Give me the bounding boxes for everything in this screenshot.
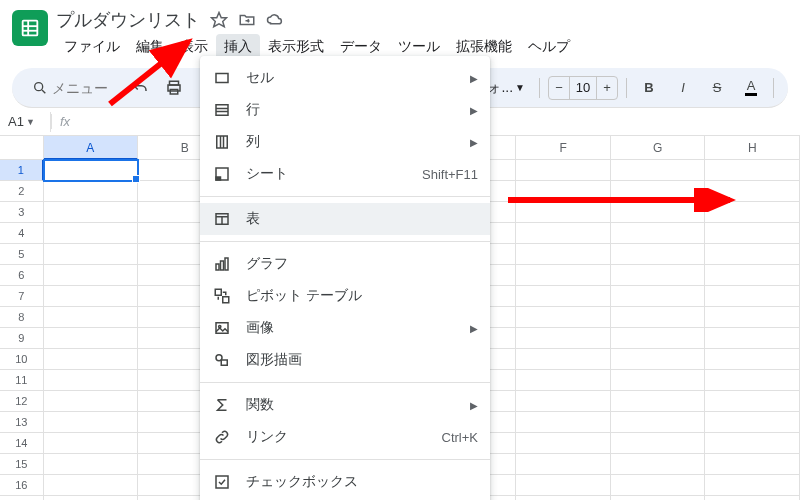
cell[interactable] xyxy=(611,286,706,307)
cell[interactable] xyxy=(611,496,706,500)
cell[interactable] xyxy=(44,181,139,202)
row-header-5[interactable]: 5 xyxy=(0,244,44,265)
menu-item-cols[interactable]: 列▶ xyxy=(200,126,490,158)
menu-item-checkbox[interactable]: チェックボックス xyxy=(200,466,490,498)
menu-item-chart[interactable]: グラフ xyxy=(200,248,490,280)
cell[interactable] xyxy=(516,349,611,370)
col-header-H[interactable]: H xyxy=(705,136,800,160)
row-header-15[interactable]: 15 xyxy=(0,454,44,475)
menu-item-image[interactable]: 画像▶ xyxy=(200,312,490,344)
row-header-14[interactable]: 14 xyxy=(0,433,44,454)
bold-button[interactable]: B xyxy=(635,74,663,102)
cell[interactable] xyxy=(44,265,139,286)
cell[interactable] xyxy=(516,433,611,454)
cell[interactable] xyxy=(705,433,800,454)
text-color-button[interactable]: A xyxy=(737,74,765,102)
cell[interactable] xyxy=(611,265,706,286)
cell[interactable] xyxy=(44,412,139,433)
cell[interactable] xyxy=(705,391,800,412)
cell[interactable] xyxy=(611,223,706,244)
cell[interactable] xyxy=(611,391,706,412)
row-header-12[interactable]: 12 xyxy=(0,391,44,412)
cell[interactable] xyxy=(705,454,800,475)
cell[interactable] xyxy=(44,433,139,454)
cell[interactable] xyxy=(44,496,139,500)
cell[interactable] xyxy=(611,433,706,454)
cell[interactable] xyxy=(705,496,800,500)
menu-8[interactable]: ヘルプ xyxy=(520,34,578,60)
col-header-G[interactable]: G xyxy=(611,136,706,160)
cell[interactable] xyxy=(44,286,139,307)
cell[interactable] xyxy=(705,286,800,307)
row-header-3[interactable]: 3 xyxy=(0,202,44,223)
font-size-value[interactable]: 10 xyxy=(569,77,597,99)
cell[interactable] xyxy=(516,328,611,349)
cell[interactable] xyxy=(516,454,611,475)
cell[interactable] xyxy=(611,475,706,496)
font-size-increase[interactable]: + xyxy=(597,80,617,95)
menu-item-table[interactable]: 表 xyxy=(200,203,490,235)
cell[interactable] xyxy=(705,160,800,181)
menu-item-drawing[interactable]: 図形描画 xyxy=(200,344,490,376)
cell[interactable] xyxy=(705,265,800,286)
cell[interactable] xyxy=(516,391,611,412)
col-header-A[interactable]: A xyxy=(44,136,139,160)
cell[interactable] xyxy=(705,244,800,265)
cell[interactable] xyxy=(44,223,139,244)
cell[interactable] xyxy=(44,202,139,223)
strikethrough-button[interactable]: S xyxy=(703,74,731,102)
col-header-F[interactable]: F xyxy=(516,136,611,160)
cell[interactable] xyxy=(611,244,706,265)
cell[interactable] xyxy=(705,412,800,433)
cell[interactable] xyxy=(44,349,139,370)
row-header-10[interactable]: 10 xyxy=(0,349,44,370)
row-header-2[interactable]: 2 xyxy=(0,181,44,202)
cell[interactable] xyxy=(611,454,706,475)
cell[interactable] xyxy=(611,328,706,349)
row-header-6[interactable]: 6 xyxy=(0,265,44,286)
move-folder-icon[interactable] xyxy=(238,11,256,29)
cell[interactable] xyxy=(516,223,611,244)
cell[interactable] xyxy=(611,370,706,391)
cell[interactable] xyxy=(516,370,611,391)
cell[interactable] xyxy=(705,307,800,328)
name-box[interactable]: A1▼ xyxy=(0,114,50,129)
cell[interactable] xyxy=(705,328,800,349)
cell[interactable] xyxy=(705,475,800,496)
sheets-logo[interactable] xyxy=(12,10,48,46)
row-header-17[interactable]: 17 xyxy=(0,496,44,500)
cell[interactable] xyxy=(516,496,611,500)
menu-item-link[interactable]: リンクCtrl+K xyxy=(200,421,490,453)
italic-button[interactable]: I xyxy=(669,74,697,102)
cell[interactable] xyxy=(44,160,139,181)
row-header-1[interactable]: 1 xyxy=(0,160,44,181)
cell[interactable] xyxy=(44,391,139,412)
cell[interactable] xyxy=(44,307,139,328)
cell[interactable] xyxy=(44,475,139,496)
cell[interactable] xyxy=(516,244,611,265)
row-header-11[interactable]: 11 xyxy=(0,370,44,391)
cell[interactable] xyxy=(44,244,139,265)
cell[interactable] xyxy=(44,328,139,349)
cell[interactable] xyxy=(516,307,611,328)
cell[interactable] xyxy=(705,349,800,370)
cell[interactable] xyxy=(516,475,611,496)
document-title[interactable]: プルダウンリスト xyxy=(56,8,200,32)
font-size-decrease[interactable]: − xyxy=(549,80,569,95)
menu-item-sigma[interactable]: 関数▶ xyxy=(200,389,490,421)
cell[interactable] xyxy=(705,223,800,244)
row-header-8[interactable]: 8 xyxy=(0,307,44,328)
cell[interactable] xyxy=(516,286,611,307)
cell[interactable] xyxy=(516,160,611,181)
cell[interactable] xyxy=(44,370,139,391)
row-header-16[interactable]: 16 xyxy=(0,475,44,496)
row-header-7[interactable]: 7 xyxy=(0,286,44,307)
cell[interactable] xyxy=(516,265,611,286)
menu-item-pivot[interactable]: ピボット テーブル xyxy=(200,280,490,312)
cell[interactable] xyxy=(611,160,706,181)
cell[interactable] xyxy=(611,349,706,370)
cell[interactable] xyxy=(44,454,139,475)
menu-item-cell[interactable]: セル▶ xyxy=(200,62,490,94)
menu-item-rows[interactable]: 行▶ xyxy=(200,94,490,126)
cell[interactable] xyxy=(705,370,800,391)
